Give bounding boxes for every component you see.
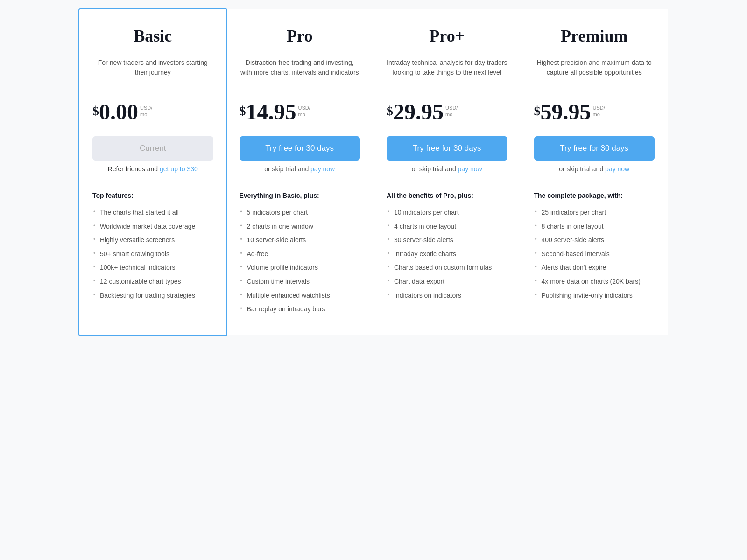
cta-area-basic: CurrentRefer friends and get up to $30 <box>92 136 213 173</box>
refer-text-basic: Refer friends and get up to $30 <box>92 165 213 173</box>
feature-item-basic-3: 50+ smart drawing tools <box>92 247 213 261</box>
price-amount-pro: 14.95 <box>246 101 296 123</box>
features-title-pro_plus: All the benefits of Pro, plus: <box>387 192 507 199</box>
plan-desc-basic: For new traders and investors starting t… <box>92 51 213 84</box>
plan-card-premium: PremiumHighest precision and maximum dat… <box>521 9 668 335</box>
feature-item-pro_plus-2: 30 server-side alerts <box>387 233 507 247</box>
feature-item-pro-2: 10 server-side alerts <box>240 233 360 247</box>
feature-item-basic-0: The charts that started it all <box>92 206 213 220</box>
features-list-pro: 5 indicators per chart2 charts in one wi… <box>240 206 360 316</box>
refer-link-basic[interactable]: get up to $30 <box>160 165 198 173</box>
feature-item-premium-2: 400 server-side alerts <box>534 233 655 247</box>
features-list-pro_plus: 10 indicators per chart4 charts in one l… <box>387 206 507 302</box>
features-title-basic: Top features: <box>92 192 213 199</box>
divider-pro_plus <box>387 182 507 182</box>
plan-desc-pro_plus: Intraday technical analysis for day trad… <box>387 51 507 84</box>
price-amount-premium: 59.95 <box>541 101 591 123</box>
divider-pro <box>240 182 360 182</box>
features-list-basic: The charts that started it allWorldwide … <box>92 206 213 302</box>
pricing-container: BasicFor new traders and investors start… <box>79 9 668 335</box>
cta-try-button-pro_plus[interactable]: Try free for 30 days <box>387 136 507 161</box>
price-currency-premium: $ <box>534 104 541 119</box>
price-period-pro_plus: USD/ mo <box>445 105 458 118</box>
skip-trial-link-pro[interactable]: pay now <box>310 165 335 173</box>
feature-item-pro-1: 2 charts in one window <box>240 220 360 234</box>
feature-item-pro_plus-0: 10 indicators per chart <box>387 206 507 220</box>
feature-item-pro_plus-6: Indicators on indicators <box>387 289 507 303</box>
feature-item-basic-1: Worldwide market data coverage <box>92 220 213 234</box>
feature-item-pro-0: 5 indicators per chart <box>240 206 360 220</box>
features-title-premium: The complete package, with: <box>534 192 655 199</box>
feature-item-pro_plus-3: Intraday exotic charts <box>387 247 507 261</box>
price-period-pro: USD/ mo <box>298 105 310 118</box>
price-currency-pro: $ <box>240 104 246 119</box>
price-period-basic: USD/ mo <box>140 105 152 118</box>
cta-try-button-premium[interactable]: Try free for 30 days <box>534 136 655 161</box>
plan-price-basic: $0.00USD/ mo <box>92 101 213 123</box>
price-amount-basic: 0.00 <box>99 101 138 123</box>
feature-item-pro_plus-4: Charts based on custom formulas <box>387 261 507 275</box>
price-currency-basic: $ <box>92 104 99 119</box>
skip-trial-link-premium[interactable]: pay now <box>605 165 629 173</box>
plan-price-premium: $59.95USD/ mo <box>534 101 655 123</box>
skip-trial-link-pro_plus[interactable]: pay now <box>458 165 482 173</box>
feature-item-basic-2: Highly versatile screeners <box>92 233 213 247</box>
plan-card-pro: ProDistraction-free trading and investin… <box>226 9 374 335</box>
plan-price-area-basic: $0.00USD/ mo <box>92 101 213 123</box>
plan-price-pro_plus: $29.95USD/ mo <box>387 101 507 123</box>
cta-area-pro: Try free for 30 daysor skip trial and pa… <box>240 136 360 173</box>
feature-item-basic-4: 100k+ technical indicators <box>92 261 213 275</box>
plan-desc-pro: Distraction-free trading and investing, … <box>240 51 360 84</box>
plan-card-pro_plus: Pro+Intraday technical analysis for day … <box>374 9 521 335</box>
feature-item-premium-6: Publishing invite-only indicators <box>534 289 655 303</box>
feature-item-pro-7: Bar replay on intraday bars <box>240 302 360 316</box>
plan-price-area-premium: $59.95USD/ mo <box>534 101 655 123</box>
skip-trial-pro_plus: or skip trial and pay now <box>387 165 507 173</box>
feature-item-basic-6: Backtesting for trading strategies <box>92 289 213 303</box>
cta-try-button-pro[interactable]: Try free for 30 days <box>240 136 360 161</box>
skip-trial-pro: or skip trial and pay now <box>240 165 360 173</box>
plan-desc-premium: Highest precision and maximum data to ca… <box>534 51 655 84</box>
feature-item-pro-6: Multiple enhanced watchlists <box>240 289 360 303</box>
cta-area-pro_plus: Try free for 30 daysor skip trial and pa… <box>387 136 507 173</box>
feature-item-premium-5: 4x more data on charts (20K bars) <box>534 275 655 289</box>
plan-price-pro: $14.95USD/ mo <box>240 101 360 123</box>
cta-area-premium: Try free for 30 daysor skip trial and pa… <box>534 136 655 173</box>
feature-item-pro_plus-5: Chart data export <box>387 275 507 289</box>
plan-name-premium: Premium <box>534 26 655 46</box>
price-period-premium: USD/ mo <box>593 105 605 118</box>
feature-item-pro-4: Volume profile indicators <box>240 261 360 275</box>
plan-price-area-pro: $14.95USD/ mo <box>240 101 360 123</box>
features-title-pro: Everything in Basic, plus: <box>240 192 360 199</box>
plan-name-pro_plus: Pro+ <box>387 26 507 46</box>
divider-basic <box>92 182 213 182</box>
plan-name-basic: Basic <box>92 26 213 46</box>
feature-item-pro-3: Ad-free <box>240 247 360 261</box>
features-list-premium: 25 indicators per chart8 charts in one l… <box>534 206 655 302</box>
skip-trial-premium: or skip trial and pay now <box>534 165 655 173</box>
divider-premium <box>534 182 655 182</box>
price-amount-pro_plus: 29.95 <box>393 101 444 123</box>
feature-item-pro_plus-1: 4 charts in one layout <box>387 220 507 234</box>
cta-current-button-basic: Current <box>92 136 213 161</box>
plan-card-basic: BasicFor new traders and investors start… <box>78 8 227 336</box>
feature-item-premium-1: 8 charts in one layout <box>534 220 655 234</box>
feature-item-basic-5: 12 customizable chart types <box>92 275 213 289</box>
plan-name-pro: Pro <box>240 26 360 46</box>
feature-item-premium-3: Second-based intervals <box>534 247 655 261</box>
plan-price-area-pro_plus: $29.95USD/ mo <box>387 101 507 123</box>
feature-item-premium-0: 25 indicators per chart <box>534 206 655 220</box>
feature-item-pro-5: Custom time intervals <box>240 275 360 289</box>
feature-item-premium-4: Alerts that don't expire <box>534 261 655 275</box>
price-currency-pro_plus: $ <box>387 104 393 119</box>
